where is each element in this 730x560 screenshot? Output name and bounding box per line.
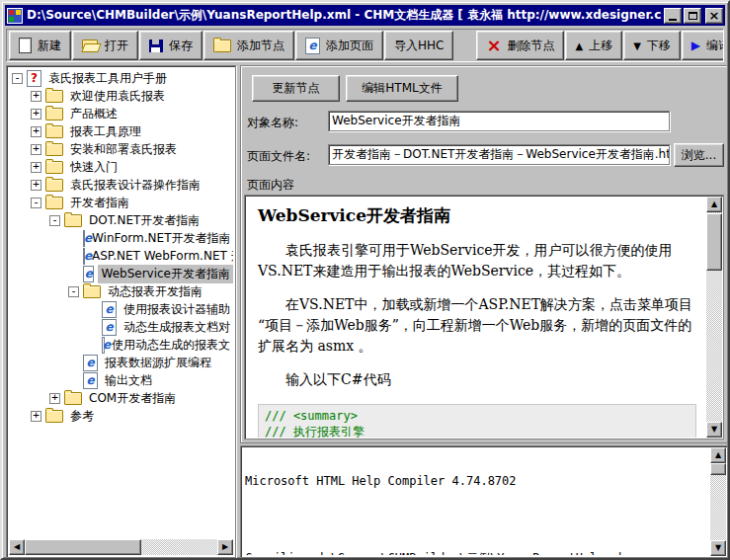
tree-item[interactable]: 开发者指南: [9, 194, 233, 211]
browse-button[interactable]: 浏览...: [674, 143, 724, 167]
expand-icon[interactable]: [31, 109, 41, 120]
tree-hscrollbar[interactable]: ◀ ▶: [9, 539, 233, 555]
tree-item-selected[interactable]: WebService开发者指南: [9, 265, 233, 282]
tree-item[interactable]: COM开发者指南: [9, 389, 233, 407]
expand-icon[interactable]: [31, 144, 41, 155]
close-icon: ×: [709, 11, 720, 21]
expand-icon[interactable]: [31, 162, 41, 173]
folder-icon: [45, 108, 63, 120]
expand-icon[interactable]: [31, 91, 41, 102]
delete-node-button[interactable]: × 删除节点: [476, 31, 564, 60]
scroll-up-button[interactable]: ▲: [710, 447, 726, 463]
expand-icon[interactable]: [31, 126, 41, 137]
tree-item[interactable]: 产品概述: [9, 105, 233, 122]
tree-item[interactable]: 使用动态生成的报表文: [9, 336, 233, 354]
code-line: /// <summary>: [265, 408, 689, 424]
scrollbar-thumb[interactable]: [706, 213, 722, 271]
tree-item-label: 安装和部署袁氏报表: [67, 140, 180, 159]
tree-item-label: WebService开发者指南: [98, 265, 233, 283]
tree-item[interactable]: 报表数据源扩展编程: [9, 354, 233, 371]
maximize-button[interactable]: [684, 8, 701, 24]
compile-button[interactable]: 编译: [682, 31, 724, 60]
preview-document: WebService开发者指南 袁氏报表引擎可用于WebService开发，用户…: [246, 197, 706, 438]
tree-item[interactable]: 动态报表开发指南: [9, 282, 233, 300]
move-down-button-label: 下移: [647, 38, 671, 54]
scroll-down-button[interactable]: ▼: [706, 422, 722, 438]
collapse-icon[interactable]: [68, 286, 79, 297]
object-name-input[interactable]: WebService开发者指南: [328, 111, 670, 131]
import-hhc-button[interactable]: 导入HHC: [384, 31, 453, 60]
collapse-icon[interactable]: [31, 198, 41, 208]
browse-button-label: 浏览...: [682, 147, 716, 164]
preview-paragraph: 输入以下C#代码: [258, 369, 696, 390]
ie-page-icon: [305, 38, 320, 54]
tree-item[interactable]: 袁氏报表工具用户手册: [9, 69, 233, 87]
scroll-up-button[interactable]: ▲: [706, 197, 722, 212]
maximize-icon: [689, 12, 697, 20]
tree-item-label: 报表数据源扩展编程: [102, 354, 214, 372]
scroll-right-button[interactable]: ▶: [217, 539, 233, 555]
new-button[interactable]: 新建: [9, 31, 71, 60]
add-node-button[interactable]: 添加节点: [203, 31, 294, 60]
help-doc-icon: [27, 70, 41, 87]
expand-icon[interactable]: [31, 411, 41, 422]
tree-item[interactable]: 报表工具原理: [9, 122, 233, 140]
folder-icon: [45, 90, 63, 103]
add-node-button-label: 添加节点: [237, 38, 284, 54]
page-file-input[interactable]: 开发者指南－DOT.NET开发者指南－WebService开发者指南.htm: [328, 144, 670, 165]
expand-icon[interactable]: [31, 180, 41, 191]
collapse-icon[interactable]: [49, 215, 60, 226]
tree-item-label: DOT.NET开发者指南: [86, 211, 203, 230]
scroll-left-button[interactable]: ◀: [9, 539, 25, 555]
tree-item[interactable]: 袁氏报表设计器操作指南: [9, 176, 233, 194]
ie-page-icon: [83, 355, 98, 371]
tree-item[interactable]: 安装和部署袁氏报表: [9, 140, 233, 158]
tree-item[interactable]: DOT.NET开发者指南: [9, 211, 233, 229]
close-button[interactable]: ×: [705, 8, 723, 24]
tree-item[interactable]: 动态生成报表文档对: [9, 318, 233, 336]
new-button-label: 新建: [38, 38, 61, 54]
minimize-button[interactable]: [664, 8, 682, 24]
folder-icon: [45, 410, 63, 423]
tree-item-label: WinForm.NET开发者指南: [89, 229, 233, 248]
ie-page-icon: [83, 230, 85, 247]
tree-panel: 袁氏报表工具用户手册 欢迎使用袁氏报表 产品概述 报表工具原理 安装和部署袁氏报: [6, 65, 236, 558]
move-down-button[interactable]: 下移: [623, 31, 681, 60]
compile-button-label: 编译: [706, 38, 724, 54]
tree-item[interactable]: ASP.NET WebForm.NET 开: [9, 247, 233, 265]
tree-item[interactable]: WinForm.NET开发者指南: [9, 229, 233, 247]
edit-html-button[interactable]: 编辑HTML文件: [346, 75, 458, 102]
scroll-down-button[interactable]: ▼: [710, 540, 726, 556]
log-vscrollbar[interactable]: ▲ ▼: [710, 447, 726, 556]
move-up-button[interactable]: 上移: [565, 31, 622, 60]
ie-page-icon: [83, 248, 85, 265]
delete-node-button-label: 删除节点: [507, 38, 554, 54]
tree-item[interactable]: 快速入门: [9, 158, 233, 176]
collapse-icon[interactable]: [12, 73, 23, 84]
tree-item-label: 开发者指南: [67, 194, 132, 212]
compile-log-panel: Microsoft HTML Help Compiler 4.74.8702 C…: [240, 445, 728, 558]
scrollbar-thumb[interactable]: [25, 539, 141, 555]
tree-item[interactable]: 参考: [9, 407, 233, 425]
tree-item[interactable]: 欢迎使用袁氏报表: [9, 87, 233, 105]
ie-page-icon: [102, 301, 117, 318]
tree-item-label: 参考: [67, 407, 97, 426]
update-node-button[interactable]: 更新节点: [252, 75, 340, 102]
expand-icon[interactable]: [49, 393, 60, 404]
save-button[interactable]: 保存: [139, 31, 203, 60]
folder-icon: [45, 125, 63, 138]
folder-icon: [64, 214, 82, 227]
add-page-button-label: 添加页面: [326, 38, 373, 54]
add-page-button[interactable]: 添加页面: [295, 31, 383, 60]
tree-item-label: 快速入门: [67, 158, 121, 177]
tree-item-label: ASP.NET WebForm.NET 开: [89, 247, 233, 266]
preview-heading: WebService开发者指南: [258, 204, 696, 227]
scrollbar-thumb[interactable]: [710, 463, 726, 475]
open-button[interactable]: 打开: [72, 31, 138, 60]
move-up-button-label: 上移: [589, 38, 612, 54]
tree-item[interactable]: 使用报表设计器辅助: [9, 300, 233, 318]
folder-icon: [45, 179, 63, 192]
tree-item-label: 产品概述: [67, 105, 121, 123]
preview-vscrollbar[interactable]: ▲ ▼: [706, 197, 722, 438]
tree-item[interactable]: 输出文档: [9, 371, 233, 389]
